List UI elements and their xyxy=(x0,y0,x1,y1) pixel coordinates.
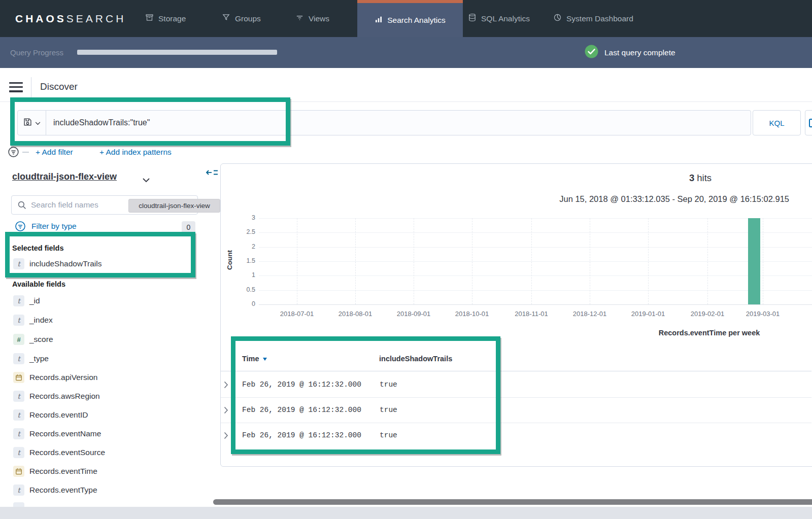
query-language-button[interactable]: KQL xyxy=(753,110,801,135)
gridline xyxy=(648,218,649,304)
selected-fields-heading: Selected fields xyxy=(12,244,64,252)
top-nav: CHAOSSEARCH Storage Groups Views Search … xyxy=(0,0,812,37)
index-pattern-chevron-down-icon[interactable] xyxy=(143,176,150,185)
field-name: includeShadowTrails xyxy=(29,259,101,268)
field-item-records-apiversion[interactable]: Records.apiVersion xyxy=(13,372,97,383)
string-type-badge: t xyxy=(13,315,24,326)
header-rule xyxy=(0,101,812,102)
gridline xyxy=(259,218,812,219)
field-item-records-eventtype[interactable]: t Records.eventType xyxy=(13,485,97,496)
field-name: Records.apiVersion xyxy=(29,373,97,382)
field-name: Records.eventName xyxy=(29,429,101,438)
chaossearch-logo: CHAOSSEARCH xyxy=(15,0,126,37)
y-tick-label: 2 xyxy=(231,243,255,250)
expand-row-icon[interactable] xyxy=(224,381,228,391)
calendar-type-icon xyxy=(13,372,24,383)
table-header-time[interactable]: Time xyxy=(242,355,267,363)
nav-item-storage[interactable]: Storage xyxy=(145,0,186,37)
nav-item-search-analytics[interactable]: Search Analytics xyxy=(357,0,463,37)
field-item-index[interactable]: t _index xyxy=(13,315,53,326)
x-tick-label: 2019-03-01 xyxy=(735,310,791,318)
gridline xyxy=(590,218,590,304)
nav-item-system-dashboard[interactable]: System Dashboard xyxy=(553,0,633,37)
logo-search: SEARCH xyxy=(66,13,126,25)
query-status: Last query complete xyxy=(585,37,675,68)
horizontal-scrollbar-thumb[interactable] xyxy=(213,499,812,505)
field-item-records-eventsource[interactable]: t Records.eventSource xyxy=(13,447,105,458)
calendar-icon xyxy=(809,119,812,127)
nav-item-sql-analytics[interactable]: SQL Analytics xyxy=(468,0,530,37)
header-divider xyxy=(31,77,31,98)
string-type-badge: t xyxy=(13,295,24,306)
gridline xyxy=(707,218,708,304)
field-item-type[interactable]: t _type xyxy=(13,353,49,364)
query-status-text: Last query complete xyxy=(604,48,675,57)
field-name: _id xyxy=(29,296,40,305)
datepicker-button-partial[interactable] xyxy=(805,110,812,135)
field-name: Records.eventID xyxy=(29,410,88,420)
field-name: Records.eventTime xyxy=(29,467,97,476)
field-item-records-eventname[interactable]: t Records.eventName xyxy=(13,428,101,439)
gridline xyxy=(531,218,532,304)
x-tick-label: 2018-09-01 xyxy=(386,310,442,318)
gridline xyxy=(355,218,356,304)
gauge-icon xyxy=(553,13,562,24)
chart-x-axis-title: Records.eventTime per week xyxy=(652,329,766,337)
nav-item-label: Storage xyxy=(158,14,186,23)
string-type-badge: t xyxy=(13,409,24,421)
string-type-badge: t xyxy=(13,353,24,364)
field-item-records-eventid[interactable]: t Records.eventID xyxy=(13,409,88,421)
saved-query-button[interactable] xyxy=(18,111,46,135)
y-tick-label: 0.5 xyxy=(231,286,255,293)
save-icon xyxy=(23,118,32,128)
string-type-badge: t xyxy=(13,391,24,402)
field-item-records-awsregion[interactable]: t Records.awsRegion xyxy=(13,391,100,402)
field-name: Records.eventSource xyxy=(29,448,105,457)
cell-time: Feb 26, 2019 @ 16:12:32.000 xyxy=(242,406,361,414)
nav-item-views[interactable]: Views xyxy=(295,0,329,37)
field-name: _type xyxy=(29,354,49,363)
gridline xyxy=(259,232,812,233)
selected-field-includeShadowTrails[interactable]: t includeShadowTrails xyxy=(13,258,101,269)
filter-by-type-link[interactable]: Filter by type xyxy=(31,222,77,231)
gridline xyxy=(259,261,812,262)
column-label: Time xyxy=(242,355,259,363)
field-item-records-eventtime[interactable]: Records.eventTime xyxy=(13,466,97,477)
row-separator xyxy=(221,423,811,423)
gridline xyxy=(259,275,812,276)
string-type-badge: t xyxy=(13,428,24,439)
add-index-patterns-link[interactable]: + Add index patterns xyxy=(99,148,172,157)
gridline xyxy=(763,218,763,304)
logo-chaos: CHAOS xyxy=(15,13,66,25)
nav-item-groups[interactable]: Groups xyxy=(222,0,261,37)
bottom-strip xyxy=(0,507,812,519)
cell-time: Feb 26, 2019 @ 16:12:32.000 xyxy=(242,431,361,439)
field-item-score[interactable]: # _score xyxy=(13,334,53,345)
query-bar: includeShadowTrails:"true" xyxy=(17,110,751,135)
database-icon xyxy=(468,13,477,24)
cell-time: Feb 26, 2019 @ 16:12:32.000 xyxy=(242,380,361,389)
field-name: _index xyxy=(29,316,53,325)
index-pattern-selector[interactable]: cloudtrail-json-flex-view xyxy=(12,171,117,182)
table-header-includeshadowtrails[interactable]: includeShadowTrails xyxy=(379,355,452,363)
x-tick-label: 2018-10-01 xyxy=(444,310,500,318)
y-tick-label: 3 xyxy=(231,214,255,221)
calendar-type-icon xyxy=(13,466,24,477)
menu-hamburger-icon[interactable] xyxy=(9,82,23,92)
query-progress-bar xyxy=(77,50,277,55)
expand-row-icon[interactable] xyxy=(224,406,228,416)
nav-item-label: Views xyxy=(309,14,329,23)
bar-chart-icon xyxy=(375,15,383,25)
nav-item-label: Search Analytics xyxy=(387,16,446,25)
histogram-bar[interactable] xyxy=(748,218,760,304)
field-item-id[interactable]: t _id xyxy=(13,295,40,306)
search-icon xyxy=(18,201,26,210)
query-input[interactable]: includeShadowTrails:"true" xyxy=(46,118,751,127)
string-type-badge: t xyxy=(13,447,24,458)
expand-row-icon[interactable] xyxy=(224,432,228,441)
funnel-icon xyxy=(222,13,230,24)
y-tick-label: 0 xyxy=(231,300,255,307)
collapse-sidebar-icon[interactable] xyxy=(206,167,219,180)
cell-includeshadowtrails: true xyxy=(380,406,397,414)
add-filter-link[interactable]: + Add filter xyxy=(36,148,73,157)
